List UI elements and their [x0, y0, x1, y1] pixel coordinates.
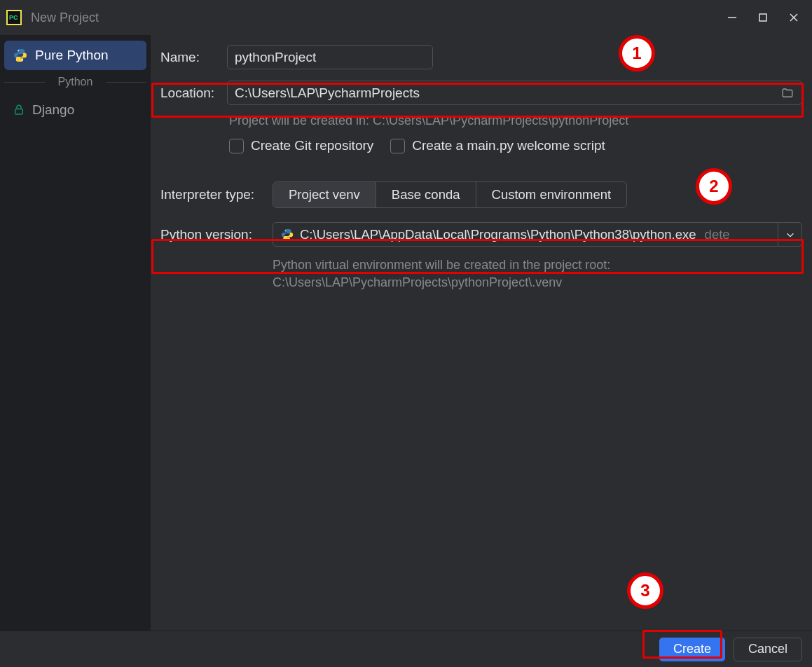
sidebar-item-pure-python[interactable]: Pure Python: [4, 41, 146, 70]
main-panel: Name: pythonProject Location: C:\Users\L…: [151, 35, 812, 631]
svg-point-9: [285, 230, 286, 231]
python-version-row: Python version: C:\Users\LAP\AppData\Loc…: [160, 222, 802, 247]
venv-hint-line1: Python virtual environment will be creat…: [273, 256, 802, 274]
interpreter-segmented: Project venv Base conda Custom environme…: [273, 181, 627, 208]
checkbox-label: Create Git repository: [251, 138, 373, 153]
lock-icon: [13, 104, 25, 116]
python-version-detected-suffix: dete: [705, 227, 730, 242]
svg-rect-3: [759, 14, 766, 21]
location-input[interactable]: C:\Users\LAP\PycharmProjects: [227, 81, 802, 105]
titlebar: PC New Project: [0, 0, 812, 35]
window-title: New Project: [31, 11, 725, 25]
python-icon: [13, 48, 28, 63]
name-value: pythonProject: [235, 50, 316, 65]
python-version-dropdown[interactable]: C:\Users\LAP\AppData\Local\Programs\Pyth…: [273, 222, 802, 247]
window-controls: [725, 11, 806, 25]
location-hint: Project will be created in: C:\Users\LAP…: [160, 114, 802, 128]
folder-icon[interactable]: [780, 87, 794, 99]
venv-hint-line2: C:\Users\LAP\PycharmProjects\pythonProje…: [273, 274, 802, 291]
maximize-icon[interactable]: [756, 11, 770, 25]
interp-option-base-conda[interactable]: Base conda: [376, 182, 476, 207]
sidebar-section-header: Python: [4, 73, 146, 91]
name-row: Name: pythonProject: [160, 45, 802, 69]
create-git-checkbox[interactable]: Create Git repository: [229, 138, 373, 153]
python-version-label: Python version:: [160, 227, 273, 242]
python-icon: [280, 228, 294, 242]
svg-point-10: [289, 238, 289, 239]
sidebar-item-django[interactable]: Django: [4, 95, 146, 125]
checkbox-label: Create a main.py welcome script: [412, 138, 605, 153]
interp-option-custom-env[interactable]: Custom environment: [476, 182, 627, 207]
svg-text:PC: PC: [9, 14, 18, 21]
python-version-value: C:\Users\LAP\AppData\Local\Programs\Pyth…: [300, 227, 696, 242]
create-mainpy-checkbox[interactable]: Create a main.py welcome script: [390, 138, 605, 153]
checkbox-row: Create Git repository Create a main.py w…: [160, 138, 802, 153]
dialog-footer: Create Cancel: [0, 631, 812, 667]
interp-option-project-venv[interactable]: Project venv: [273, 182, 376, 207]
svg-point-6: [18, 50, 19, 52]
minimize-icon[interactable]: [725, 11, 739, 25]
name-label: Name:: [160, 50, 227, 65]
svg-point-7: [22, 60, 23, 61]
location-label: Location:: [160, 85, 227, 101]
close-icon[interactable]: [787, 11, 801, 25]
checkbox-icon: [229, 139, 244, 153]
sidebar: Pure Python Python Django: [0, 35, 151, 631]
location-value: C:\Users\LAP\PycharmProjects: [235, 85, 420, 101]
chevron-down-icon[interactable]: [778, 223, 801, 246]
svg-rect-8: [15, 109, 23, 115]
location-row: Location: C:\Users\LAP\PycharmProjects: [160, 81, 802, 105]
venv-hint: Python virtual environment will be creat…: [160, 256, 802, 291]
create-button[interactable]: Create: [659, 638, 725, 661]
pycharm-icon: PC: [6, 9, 22, 26]
annotation-number-3: 3: [627, 572, 663, 609]
interpreter-label: Interpreter type:: [160, 187, 273, 202]
sidebar-item-label: Pure Python: [35, 48, 109, 63]
sidebar-item-label: Django: [32, 102, 74, 118]
checkbox-icon: [390, 139, 405, 153]
name-input[interactable]: pythonProject: [227, 45, 433, 69]
cancel-button[interactable]: Cancel: [734, 638, 802, 661]
interpreter-row: Interpreter type: Project venv Base cond…: [160, 181, 802, 208]
